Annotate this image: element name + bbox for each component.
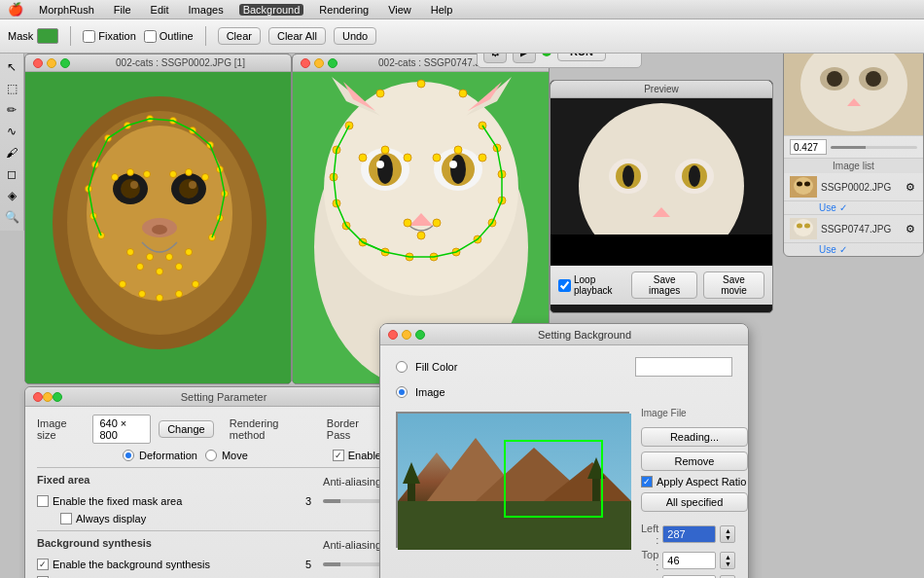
setting-bg-max[interactable] xyxy=(415,330,425,340)
top-stepper[interactable]: ▲ ▼ xyxy=(720,552,735,569)
menu-edit[interactable]: Edit xyxy=(147,4,173,16)
clear-all-button[interactable]: Clear All xyxy=(268,27,326,45)
image-list-item-1: SSGP0002.JPG ⚙ xyxy=(784,173,923,201)
menu-background[interactable]: Background xyxy=(239,4,304,16)
deformation-radio[interactable]: Deformation xyxy=(123,450,197,461)
fill-color-preview[interactable] xyxy=(635,357,732,377)
setting-background-dialog: Setting Background Fill Color Image xyxy=(379,323,749,578)
save-movie-button[interactable]: Save movie xyxy=(703,271,764,299)
mask-color-swatch[interactable] xyxy=(37,28,58,44)
param-min[interactable] xyxy=(43,392,53,402)
anti-aliasing-label-2: Anti-aliasing xyxy=(323,539,381,551)
fixed-mask-row: Enable the fixed mask area 3 xyxy=(37,495,381,507)
enable-border-check[interactable]: Enable xyxy=(333,450,381,461)
apply-ratio-label: Apply Aspect Ratio xyxy=(657,476,746,488)
window-2-close[interactable] xyxy=(301,58,310,68)
aa-slider-1[interactable] xyxy=(323,499,381,503)
top-input[interactable] xyxy=(662,552,716,569)
loop-check-input[interactable] xyxy=(558,279,571,292)
change-button[interactable]: Change xyxy=(159,420,214,438)
window-1-canvas[interactable] xyxy=(25,72,291,383)
fixed-area-section: Fixed area Anti-aliasing xyxy=(37,474,381,489)
window-2-max[interactable] xyxy=(328,58,338,68)
window-2-min[interactable] xyxy=(314,58,324,68)
undo-button[interactable]: Undo xyxy=(334,27,376,45)
clear-button[interactable]: Clear xyxy=(218,27,261,45)
loop-playback-check[interactable]: Loop playback xyxy=(558,274,625,296)
tool-select[interactable]: ⬚ xyxy=(2,79,21,98)
zoom-input[interactable] xyxy=(790,139,827,155)
param-max[interactable] xyxy=(53,392,62,402)
save-images-button[interactable]: Save images xyxy=(631,271,697,299)
preview-canvas[interactable] xyxy=(551,98,772,266)
svg-point-26 xyxy=(112,174,119,181)
fixation-check-input[interactable] xyxy=(83,30,95,43)
menu-file[interactable]: File xyxy=(110,4,135,16)
bg-preview-svg xyxy=(398,414,631,550)
window-1-close[interactable] xyxy=(33,58,43,68)
menu-images[interactable]: Images xyxy=(185,4,228,16)
window-1-min[interactable] xyxy=(47,58,56,68)
tool-arrow[interactable]: ↖ xyxy=(2,57,21,77)
move-radio[interactable]: Move xyxy=(205,450,248,461)
menu-help[interactable]: Help xyxy=(427,4,457,16)
outline-checkbox[interactable]: Outline xyxy=(144,30,194,43)
setting-bg-close[interactable] xyxy=(388,330,398,340)
window-1-max[interactable] xyxy=(60,58,70,68)
enable-bg-synthesis-check[interactable]: Enable the background synthesis xyxy=(37,559,210,570)
apply-aspect-ratio-check[interactable]: Apply Aspect Ratio xyxy=(641,476,748,488)
menu-view[interactable]: View xyxy=(384,4,415,16)
left-label: Left : xyxy=(641,523,658,546)
bg-synthesis-section: Background synthesis Anti-aliasing xyxy=(37,537,381,553)
img-2-gear-icon[interactable]: ⚙ xyxy=(904,222,917,235)
img-list-name-1: SSGP0002.JPG xyxy=(821,182,900,193)
img-1-gear-icon[interactable]: ⚙ xyxy=(904,180,917,194)
svg-point-83 xyxy=(454,146,462,154)
bg-preview-canvas[interactable] xyxy=(396,412,629,548)
tool-zoom[interactable]: 🔍 xyxy=(2,207,21,227)
left-stepper[interactable]: ▲ ▼ xyxy=(720,525,735,543)
enable-fixed-mask-check[interactable]: Enable the fixed mask area xyxy=(37,495,182,507)
always-display-check[interactable]: Always display xyxy=(60,513,146,524)
bg-synthesis-checkbox[interactable] xyxy=(37,559,49,570)
svg-point-46 xyxy=(324,82,518,296)
img-2-use[interactable]: Use ✓ xyxy=(784,243,923,256)
menu-rendering[interactable]: Rendering xyxy=(315,4,373,16)
tool-eraser[interactable]: ◻ xyxy=(2,164,21,184)
enable-check-box[interactable] xyxy=(333,450,344,461)
fixed-mask-checkbox[interactable] xyxy=(37,495,49,507)
img-1-use[interactable]: Use ✓ xyxy=(784,201,923,215)
tool-node[interactable]: ◈ xyxy=(2,186,21,205)
left-input[interactable]: 287 xyxy=(662,525,716,543)
fill-color-label: Fill Color xyxy=(415,361,457,373)
fill-color-radio[interactable] xyxy=(396,361,408,373)
move-radio-indicator[interactable] xyxy=(205,450,217,461)
tool-curve[interactable]: ∿ xyxy=(2,122,21,141)
fixed-area-title: Fixed area xyxy=(37,474,89,486)
reading-button[interactable]: Reading... xyxy=(641,427,748,447)
image-label: Image xyxy=(415,386,445,398)
tool-brush[interactable]: 🖌 xyxy=(2,143,21,163)
apply-ratio-checkbox[interactable] xyxy=(641,476,653,488)
svg-point-81 xyxy=(404,154,411,162)
setting-bg-min[interactable] xyxy=(402,330,411,340)
svg-point-34 xyxy=(166,254,173,261)
menu-items: MorphRush File Edit Images Background Re… xyxy=(35,4,456,16)
fixation-checkbox[interactable]: Fixation xyxy=(83,30,136,43)
menu-morphrush[interactable]: MorphRush xyxy=(35,4,98,16)
param-close[interactable] xyxy=(33,392,43,402)
image-list-item-2: SSGP0747.JPG ⚙ xyxy=(784,215,923,243)
deformation-radio-indicator[interactable] xyxy=(123,450,134,461)
zoom-slider[interactable] xyxy=(831,146,917,149)
svg-rect-104 xyxy=(408,482,415,501)
always-display-checkbox[interactable] xyxy=(60,513,72,524)
all-specified-button[interactable]: All specified xyxy=(641,492,748,512)
setting-bg-titlebar: Setting Background xyxy=(380,324,748,345)
aa-slider-2[interactable] xyxy=(323,562,381,566)
setting-parameter-dialog: Setting Parameter Image size 640 × 800 C… xyxy=(24,386,394,578)
remove-button[interactable]: Remove xyxy=(641,452,748,471)
tool-pen[interactable]: ✏ xyxy=(2,100,21,120)
image-radio[interactable] xyxy=(396,386,408,398)
outline-check-input[interactable] xyxy=(144,30,157,43)
svg-point-94 xyxy=(622,165,634,187)
